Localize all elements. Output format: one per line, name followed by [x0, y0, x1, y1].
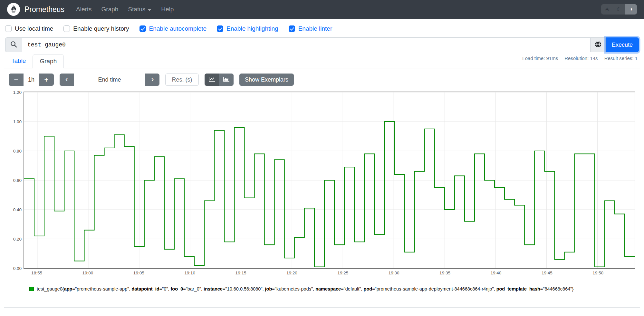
checkbox-label: Enable linter — [298, 25, 332, 32]
series-label[interactable]: test_gauge0{app="prometheus-sample-app",… — [37, 286, 573, 292]
chart-legend[interactable]: test_gauge0{app="prometheus-sample-app",… — [9, 286, 635, 292]
option-checkbox-item[interactable]: Enable autocomplete — [139, 25, 207, 32]
query-bar: Execute — [5, 37, 639, 52]
query-expression-input[interactable] — [22, 37, 591, 52]
resolution-stat: Resolution: 14s — [564, 55, 598, 61]
end-time-group: ‹ › — [60, 74, 159, 86]
query-stats: Load time: 91ms Resolution: 14s Result s… — [522, 55, 638, 61]
decrease-range-button[interactable]: − — [9, 74, 24, 86]
x-tick-label: 19:30 — [389, 271, 399, 275]
x-tick-label: 19:05 — [133, 271, 144, 275]
option-checkbox-item[interactable]: Enable query history — [63, 25, 129, 32]
x-tick-label: 19:40 — [491, 271, 502, 275]
time-back-button[interactable]: ‹ — [60, 74, 74, 86]
range-stepper: − + — [9, 74, 54, 86]
x-tick-label: 19:45 — [542, 271, 553, 275]
nav-item-graph[interactable]: Graph — [101, 6, 119, 13]
globe-icon — [594, 41, 602, 49]
time-forward-button[interactable]: › — [145, 74, 159, 86]
line-chart-button[interactable] — [205, 74, 219, 86]
prometheus-logo[interactable] — [7, 3, 20, 16]
show-exemplars-button[interactable]: Show Exemplars — [239, 74, 294, 86]
checkbox[interactable] — [217, 25, 223, 32]
y-tick-label: 0.00 — [13, 266, 22, 271]
series-color-swatch — [29, 287, 34, 291]
metrics-explorer-button[interactable] — [591, 37, 606, 52]
checkbox-label: Enable query history — [73, 25, 129, 32]
option-checkbox-item[interactable]: Enable highlighting — [217, 25, 278, 32]
prometheus-torch-icon — [9, 5, 18, 14]
tab-graph[interactable]: Graph — [33, 54, 64, 68]
line-chart-icon — [208, 76, 215, 83]
y-tick-label: 0.20 — [13, 237, 22, 242]
graph-controls: − + ‹ › — [9, 74, 635, 86]
y-tick-label: 0.60 — [13, 178, 22, 183]
graph-panel: − + ‹ › — [4, 68, 640, 308]
option-checkbox-item[interactable]: Enable linter — [289, 25, 332, 32]
checkbox[interactable] — [63, 25, 70, 32]
x-tick-label: 19:35 — [439, 271, 450, 275]
light-theme-button[interactable]: ☀ — [601, 4, 613, 15]
y-axis-labels: 0.000.200.400.600.801.001.20 — [9, 92, 22, 269]
checkbox-label: Enable highlighting — [226, 25, 278, 32]
y-tick-label: 0.80 — [13, 149, 22, 153]
caret-down-icon — [148, 9, 151, 11]
x-tick-label: 19:50 — [592, 271, 603, 275]
theme-toggle-group: ☀ ☾ ◑ — [601, 4, 637, 15]
result-series-stat: Result series: 1 — [604, 55, 638, 61]
navbar: Prometheus Alerts Graph Status Help ☀ ☾ … — [0, 0, 644, 19]
end-time-input[interactable] — [74, 74, 145, 86]
x-tick-label: 19:25 — [337, 271, 348, 275]
chart-type-toggle — [205, 74, 234, 86]
load-time-stat: Load time: 91ms — [522, 55, 558, 61]
options-bar: Use local time Enable query history Enab… — [0, 19, 644, 32]
tab-area: Load time: 91ms Resolution: 14s Result s… — [4, 54, 640, 68]
nav-item-alerts[interactable]: Alerts — [76, 6, 92, 13]
x-axis: 18:5519:0019:0519:1019:1519:2019:2519:30… — [9, 271, 635, 278]
search-icon-addon — [5, 37, 22, 52]
nav-item-help[interactable]: Help — [161, 6, 174, 13]
checkbox[interactable] — [5, 25, 12, 32]
chart-svg — [24, 92, 635, 268]
nav-links: Alerts Graph Status Help — [76, 6, 174, 13]
checkbox[interactable] — [289, 25, 295, 32]
x-tick-label: 19:10 — [184, 271, 195, 275]
chart: 0.000.200.400.600.801.001.20 — [9, 92, 635, 269]
y-tick-label: 1.20 — [13, 90, 22, 95]
sun-icon: ☀ — [605, 6, 610, 13]
y-tick-label: 1.00 — [13, 119, 22, 124]
checkbox-label: Enable autocomplete — [149, 25, 207, 32]
auto-theme-button[interactable]: ◑ — [625, 4, 637, 15]
checkbox[interactable] — [139, 25, 146, 32]
checkbox-label: Use local time — [15, 25, 53, 32]
nav-item-status[interactable]: Status — [128, 6, 151, 13]
x-tick-label: 19:15 — [235, 271, 246, 275]
app-title[interactable]: Prometheus — [24, 5, 64, 14]
search-icon — [10, 41, 17, 49]
moon-icon: ☾ — [617, 6, 621, 13]
dark-theme-button[interactable]: ☾ — [613, 4, 625, 15]
range-input[interactable] — [24, 74, 39, 86]
graph-canvas[interactable] — [24, 92, 635, 269]
x-axis-labels: 18:5519:0019:0519:1019:1519:2019:2519:30… — [24, 271, 635, 278]
x-tick-label: 18:55 — [31, 271, 42, 275]
execute-button[interactable]: Execute — [606, 37, 639, 52]
tab-table[interactable]: Table — [5, 54, 33, 68]
stacked-chart-icon — [223, 76, 230, 83]
resolution-input[interactable] — [165, 74, 199, 86]
x-tick-label: 19:00 — [82, 271, 93, 275]
x-tick-label: 19:20 — [286, 271, 297, 275]
increase-range-button[interactable]: + — [39, 74, 54, 86]
half-circle-icon: ◑ — [629, 6, 632, 13]
stacked-chart-button[interactable] — [219, 74, 234, 86]
y-tick-label: 0.40 — [13, 207, 22, 212]
option-checkbox-item[interactable]: Use local time — [5, 25, 53, 32]
